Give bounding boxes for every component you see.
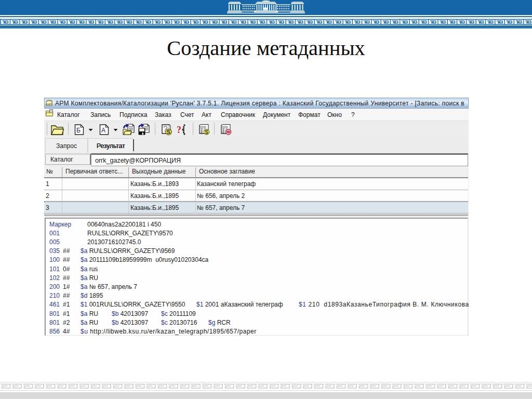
svg-text:S: S	[205, 129, 208, 135]
svg-text:Б: Б	[76, 127, 81, 134]
svg-text:S: S	[167, 129, 170, 135]
svg-text:А: А	[101, 127, 105, 134]
svg-text:?: ?	[177, 125, 181, 135]
